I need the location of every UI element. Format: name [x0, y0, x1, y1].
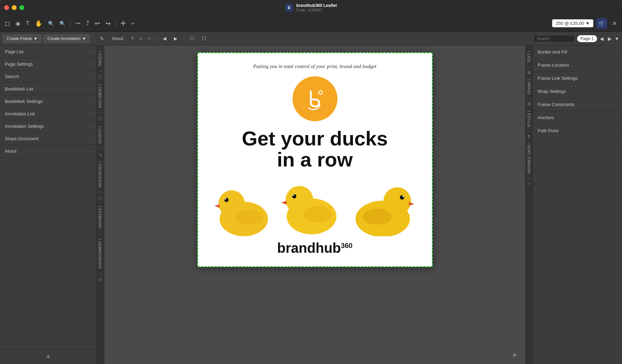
sidebar-item-bookmark-settings[interactable]: BookMark Settings ›	[0, 95, 96, 108]
right-panel-wrapper: TEXT I ⊞ FRAME I ⊞ STYLES I ¶ VARIABLE D…	[525, 46, 622, 364]
next-page-button[interactable]: ▶	[606, 35, 613, 42]
add-sidebar-button[interactable]: +	[46, 352, 50, 361]
right-vtab-icon-1[interactable]: ⊞	[526, 69, 532, 76]
prop-frame-location[interactable]: Frame Location	[533, 59, 622, 72]
sidebar-item-search[interactable]: Search ›	[0, 70, 96, 83]
right-vtab-icon-3[interactable]: ¶	[527, 133, 531, 141]
chevron-right-icon: ›	[90, 49, 92, 54]
vtab-icon-3[interactable]: ⬎	[98, 151, 104, 158]
chevron-right-icon: ›	[90, 62, 92, 67]
tool-select2[interactable]: ◈	[13, 18, 22, 29]
help-button[interactable]: ?	[128, 35, 136, 42]
title-area: brandhub360 Leaflet Code: 1234567	[296, 3, 337, 12]
vtab-icon-4[interactable]: ☐	[97, 195, 104, 202]
tool-zoom-in[interactable]: 🔍	[46, 19, 56, 28]
page-navigation: Page 1 ◀ ▶ ▼	[577, 35, 619, 42]
search-input[interactable]	[533, 35, 575, 42]
tool-forward[interactable]: ⤳	[73, 18, 83, 29]
sidebar-item-annotation-list[interactable]: Annotation List ›	[0, 108, 96, 120]
prop-frame-constraints[interactable]: Frame Constraints	[533, 98, 622, 111]
right-vtab-variable-data[interactable]: VARIABLE DATA I	[526, 141, 532, 177]
right-vtab-text[interactable]: TEXT I	[526, 48, 532, 66]
right-vtab-icon-2[interactable]: ⊞	[526, 100, 532, 108]
right-vtab-sep-3	[527, 131, 531, 132]
duck-right-svg	[348, 178, 417, 236]
canvas-area[interactable]: Putting you in total control of your pri…	[104, 46, 525, 364]
right-vtab-styles[interactable]: STYLES I	[526, 108, 532, 130]
sidebar-bottom: +	[0, 349, 96, 364]
chevron-right-icon: ›	[90, 112, 92, 116]
sidebar-item-page-settings[interactable]: Page Settings ›	[0, 58, 96, 70]
toolbar2-btn-4[interactable]: ☐	[199, 35, 209, 42]
vtab-separator-6	[98, 273, 103, 274]
right-vtab-icon-4[interactable]: ✓	[526, 180, 532, 188]
traffic-lights	[4, 5, 24, 10]
sidebar-item-annotation-settings[interactable]: Annotation Settings ›	[0, 120, 96, 133]
about-button[interactable]: About	[109, 35, 126, 42]
vtab-resources[interactable]: RESOURCES I	[97, 159, 104, 190]
right-vtab-frame[interactable]: FRAME I	[526, 76, 532, 97]
page-dropdown-button[interactable]: ▼	[614, 36, 619, 41]
prop-border-fill[interactable]: Border And Fill	[533, 46, 622, 59]
minimize-traffic-light[interactable]	[12, 5, 17, 10]
dropdown-arrow[interactable]: ▼	[585, 21, 590, 26]
left-sidebar: Page List › Page Settings › Search › Boo…	[0, 46, 97, 364]
vtab-separator-1	[98, 71, 103, 71]
canvas-inner: Putting you in total control of your pri…	[197, 52, 433, 267]
tool-crosshair[interactable]: ✛	[119, 18, 128, 29]
close-traffic-light[interactable]	[4, 5, 9, 10]
tool-hand[interactable]: ✋	[33, 18, 45, 29]
prev-page-button[interactable]: ◀	[598, 35, 605, 42]
close-button[interactable]: ✕	[610, 20, 619, 27]
vtab-icon-2[interactable]: ☐	[97, 115, 104, 123]
prop-frame-link-settings[interactable]: Frame Link Settings	[533, 72, 622, 85]
maximize-traffic-light[interactable]	[19, 5, 24, 10]
cart-button[interactable]: 🛒	[596, 18, 607, 29]
edit-button[interactable]: ✎	[97, 35, 107, 43]
vtab-pages[interactable]: PAGES I	[97, 48, 104, 69]
tool-back[interactable]: ⤴	[84, 18, 91, 28]
brand-superscript: 360	[341, 241, 352, 249]
prop-wrap-settings[interactable]: Wrap Settings	[533, 85, 622, 98]
vtab-document[interactable]: DOCUMENT I	[97, 82, 104, 111]
tool-bracket[interactable]: ⌐	[129, 18, 137, 28]
toolbar2-right: Page 1 ◀ ▶ ▼	[533, 35, 619, 42]
chevron-right-icon: ›	[90, 99, 92, 104]
vtab-separator-2	[98, 113, 103, 113]
vtab-variables[interactable]: VARIABLES I	[97, 203, 104, 231]
prop-path-point[interactable]: Path Point	[533, 124, 622, 137]
toolbar2-separator-1	[93, 35, 94, 42]
vtab-icon-1[interactable]: ☐	[97, 73, 104, 81]
tool-text[interactable]: T	[24, 19, 31, 28]
properties-panel: Border And Fill Frame Location Frame Lin…	[533, 46, 622, 364]
toolbar2-btn-3[interactable]: ☐	[187, 35, 197, 42]
coordinates-x: X -	[140, 37, 145, 41]
toolbar2-btn-2[interactable]: ▶	[171, 35, 180, 42]
vtab-icon-5[interactable]: ⊙	[98, 276, 104, 283]
doc-logo	[293, 76, 337, 121]
svg-point-11	[303, 206, 332, 222]
toolbar2-btn-1[interactable]: ◀	[160, 35, 169, 42]
add-page-button[interactable]: +	[512, 350, 517, 360]
create-annotation-dropdown-icon: ▼	[82, 36, 86, 41]
vtab-environment[interactable]: ENVIRONMENT I	[97, 236, 104, 271]
secondary-toolbar: Create Frame ▼ Create Annotation ▼ ✎ Abo…	[0, 32, 622, 46]
sidebar-item-share-document[interactable]: Share Document ›	[0, 133, 96, 145]
vtab-output[interactable]: OUTPUT I	[97, 123, 104, 146]
toolbar-separator-2	[115, 19, 116, 28]
create-frame-button[interactable]: Create Frame ▼	[3, 35, 41, 43]
tool-redo[interactable]: ↪	[103, 18, 113, 29]
sidebar-item-about[interactable]: About ›	[0, 145, 96, 157]
tool-select[interactable]: ◻	[3, 18, 12, 29]
sidebar-item-page-list[interactable]: Page List ›	[0, 46, 96, 58]
document-page: Putting you in total control of your pri…	[197, 52, 433, 267]
sidebar-item-bookmark-list[interactable]: BookMark List ›	[0, 83, 96, 95]
create-annotation-button[interactable]: Create Annotation ▼	[44, 35, 90, 43]
svg-point-6	[235, 210, 263, 225]
app-code: Code: 1234567	[296, 8, 337, 12]
tool-undo[interactable]: ↩	[93, 18, 102, 29]
tool-zoom-out[interactable]: 🔍	[57, 19, 67, 28]
logo-svg	[301, 85, 329, 113]
doc-ducks	[213, 176, 417, 236]
prop-anchors[interactable]: Anchors	[533, 111, 622, 124]
